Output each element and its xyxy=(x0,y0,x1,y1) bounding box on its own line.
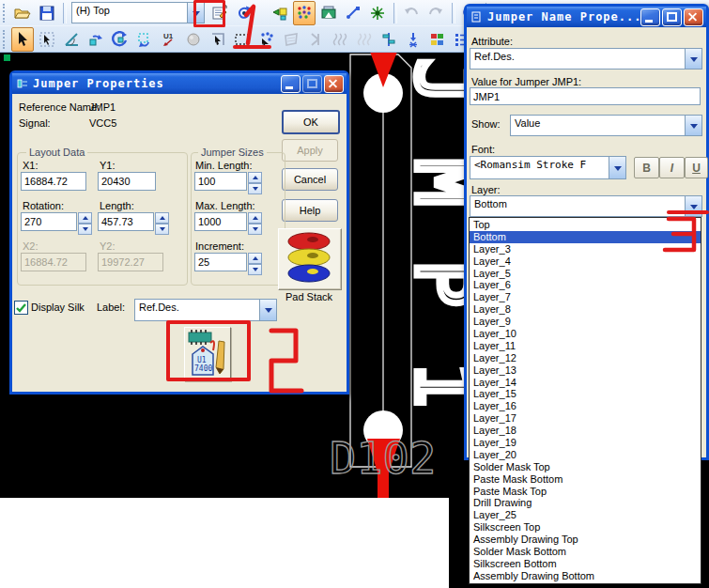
font-combobox[interactable]: <Romansim Stroke F xyxy=(470,156,626,179)
minimize-button[interactable] xyxy=(640,8,660,26)
close-button[interactable] xyxy=(684,8,703,26)
show-combobox[interactable]: Value xyxy=(510,115,702,136)
board-setup-button[interactable] xyxy=(317,1,340,25)
measure-angle-button[interactable] xyxy=(60,27,83,52)
chevron-down-icon[interactable] xyxy=(685,49,701,69)
layer-option[interactable]: Layer_6 xyxy=(470,279,701,291)
minimize-button[interactable] xyxy=(281,75,301,93)
layer-dropdown-list[interactable]: TopBottomLayer_3Layer_4Layer_5Layer_6Lay… xyxy=(469,217,701,584)
save-button[interactable] xyxy=(36,1,58,25)
redraw-button[interactable] xyxy=(233,1,255,25)
layer-option[interactable]: Silkscreen Top xyxy=(470,521,701,534)
layer-option[interactable]: Bottom xyxy=(470,231,701,243)
increment-input[interactable] xyxy=(194,253,247,271)
value-input[interactable] xyxy=(470,87,701,105)
length-input[interactable] xyxy=(98,212,154,231)
autoroute-button[interactable] xyxy=(366,1,389,25)
layer-option[interactable]: Layer_19 xyxy=(470,437,701,449)
edit-decal-button[interactable]: U1 7400 xyxy=(184,327,231,381)
close-button[interactable] xyxy=(324,75,344,93)
view-layer-combobox[interactable]: (H) Top xyxy=(71,2,205,23)
align-button[interactable] xyxy=(378,27,400,52)
layer-option[interactable]: Layer_16 xyxy=(470,400,701,412)
underline-button[interactable]: U xyxy=(685,157,708,178)
rotate-90-button[interactable] xyxy=(109,27,131,52)
layer-option[interactable]: Layer_11 xyxy=(470,340,701,352)
attribute-combobox[interactable]: Ref.Des. xyxy=(470,48,702,70)
toolbar-grip[interactable] xyxy=(3,30,9,49)
mirror-button[interactable] xyxy=(304,27,327,52)
drop-to-layer-button[interactable] xyxy=(402,27,424,52)
layer-option[interactable]: Paste Mask Top xyxy=(470,486,701,498)
layer-option[interactable]: Layer_13 xyxy=(470,364,701,377)
cancel-button[interactable]: Cancel xyxy=(282,168,338,191)
open-file-button[interactable] xyxy=(11,1,34,25)
layer-option[interactable]: Layer_10 xyxy=(470,328,701,340)
layer-option[interactable]: Layer_3 xyxy=(470,243,701,255)
toolbar-grip[interactable] xyxy=(3,4,9,23)
ok-button[interactable]: OK xyxy=(282,110,340,134)
max-length-input[interactable] xyxy=(194,212,247,231)
layer-option[interactable]: Top xyxy=(470,219,701,231)
select-tool-button[interactable] xyxy=(11,27,34,52)
properties-button[interactable] xyxy=(208,1,231,25)
italic-button[interactable]: I xyxy=(659,157,685,178)
select-inside-button[interactable] xyxy=(36,27,58,52)
chevron-down-icon[interactable] xyxy=(685,116,701,135)
rotate-box-button[interactable] xyxy=(133,27,156,52)
pointer-frame-button[interactable] xyxy=(207,27,229,52)
increment-stepper[interactable] xyxy=(248,253,262,273)
display-silk-checkbox[interactable] xyxy=(14,301,28,315)
sphere-button[interactable] xyxy=(182,27,205,52)
layer-option[interactable]: Assembly Drawing Top xyxy=(470,534,701,546)
layer-option[interactable]: Layer_14 xyxy=(470,377,701,389)
y1-input[interactable] xyxy=(98,172,156,191)
chevron-down-icon[interactable] xyxy=(259,300,276,320)
layer-option[interactable]: Layer_5 xyxy=(470,268,701,280)
swap-reference-button[interactable]: U1 xyxy=(158,27,180,52)
layer-option[interactable]: Layer_15 xyxy=(470,388,701,400)
layer-option[interactable]: Solder Mask Top xyxy=(470,461,701,473)
min-length-stepper[interactable] xyxy=(248,172,262,193)
pad-stack-button[interactable] xyxy=(278,228,342,290)
rotation-input[interactable] xyxy=(21,212,77,231)
redo-button[interactable] xyxy=(424,1,447,25)
copper-plane-button[interactable] xyxy=(280,27,302,52)
route-dots-button[interactable] xyxy=(255,27,278,52)
selection-rect-button[interactable] xyxy=(231,27,254,52)
x1-input[interactable] xyxy=(21,172,86,191)
components-button[interactable] xyxy=(426,27,449,52)
rotate-small-button[interactable] xyxy=(85,27,107,52)
maximize-button[interactable] xyxy=(662,8,682,26)
layer-option[interactable]: Layer_20 xyxy=(470,449,701,461)
layer-option[interactable]: Layer_4 xyxy=(470,255,701,268)
layer-option[interactable]: Assembly Drawing Bottom xyxy=(470,570,701,582)
layer-option[interactable]: Layer_9 xyxy=(470,316,701,328)
hatch-1-button[interactable] xyxy=(329,27,351,52)
layer-option[interactable]: Layer_7 xyxy=(470,291,701,303)
chevron-down-icon[interactable] xyxy=(187,3,204,23)
hatch-2-button[interactable] xyxy=(353,27,376,52)
layer-option[interactable]: Layer_12 xyxy=(470,352,701,364)
label-combobox[interactable]: Ref.Des. xyxy=(134,299,277,321)
layer-combobox[interactable]: Bottom xyxy=(470,195,702,217)
layer-option[interactable]: Drill Drawing xyxy=(470,497,701,509)
help-button[interactable]: Help xyxy=(282,199,338,222)
length-stepper[interactable] xyxy=(155,212,169,233)
undo-button[interactable] xyxy=(400,1,423,25)
add-component-button[interactable] xyxy=(269,1,291,25)
rotation-stepper[interactable] xyxy=(78,212,92,233)
max-length-stepper[interactable] xyxy=(248,212,262,233)
layer-option[interactable]: Layer_8 xyxy=(470,303,701,316)
chevron-down-icon[interactable] xyxy=(609,157,625,178)
layer-option[interactable]: Layer_18 xyxy=(470,425,701,437)
min-length-input[interactable] xyxy=(194,172,247,191)
layer-option[interactable]: Silkscreen Bottom xyxy=(470,558,701,570)
chevron-down-icon[interactable] xyxy=(685,196,701,216)
layer-option[interactable]: Layer_17 xyxy=(470,412,701,425)
layer-option[interactable]: Solder Mask Bottom xyxy=(470,546,701,558)
add-connection-button[interactable] xyxy=(342,1,364,25)
layer-option[interactable]: Layer_25 xyxy=(470,509,701,521)
show-nets-button[interactable] xyxy=(293,1,316,25)
layer-option[interactable]: Paste Mask Bottom xyxy=(470,473,701,486)
